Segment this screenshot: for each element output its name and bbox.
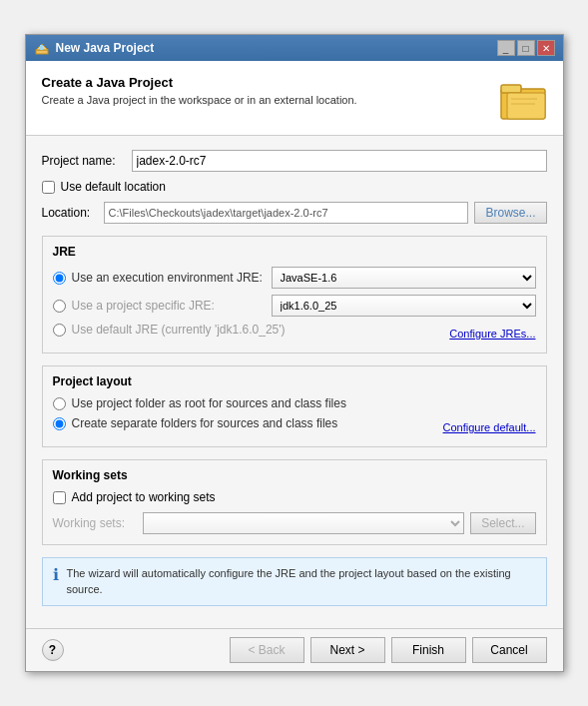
add-working-sets-label: Add project to working sets [72, 490, 216, 504]
use-default-location-label: Use default location [61, 180, 166, 194]
jre-section-title: JRE [53, 245, 536, 259]
close-button[interactable]: ✕ [537, 40, 555, 56]
header-title: Create a Java Project [42, 75, 357, 90]
svg-rect-0 [36, 50, 48, 54]
dialog-window: New Java Project _ □ ✕ Create a Java Pro… [25, 34, 564, 672]
add-to-working-sets-row: Add project to working sets [53, 490, 536, 504]
jre-option1-label: Use an execution environment JRE: [72, 271, 272, 285]
help-button[interactable]: ? [42, 639, 64, 661]
window-icon [34, 40, 50, 56]
working-sets-select-button[interactable]: Select... [470, 512, 535, 534]
window-title: New Java Project [56, 41, 155, 55]
next-button[interactable]: Next > [310, 637, 385, 663]
layout-option1-radio[interactable] [53, 397, 66, 410]
location-label: Location: [42, 206, 104, 220]
svg-rect-5 [507, 93, 545, 119]
layout-option2-row: Create separate folders for sources and … [53, 416, 536, 436]
project-name-input[interactable] [132, 150, 547, 172]
cancel-button[interactable]: Cancel [472, 637, 547, 663]
info-box: ℹ The wizard will automatically configur… [42, 557, 547, 606]
title-controls: _ □ ✕ [497, 40, 555, 56]
layout-option2-radio[interactable] [53, 417, 66, 430]
jre-option3-row: Use default JRE (currently 'jdk1.6.0_25'… [53, 323, 536, 343]
working-sets-dropdown[interactable] [143, 512, 465, 534]
project-name-label: Project name: [42, 154, 132, 168]
use-default-location-row: Use default location [42, 180, 547, 194]
header-section: Create a Java Project Create a Java proj… [26, 61, 563, 136]
jre-option1-radio[interactable] [53, 272, 66, 285]
configure-default-link[interactable]: Configure default... [443, 421, 536, 433]
svg-rect-2 [40, 45, 43, 50]
add-working-sets-checkbox[interactable] [53, 491, 66, 504]
jre-option3-radio[interactable] [53, 324, 66, 337]
dialog-content: Project name: Use default location Locat… [26, 136, 563, 628]
header-subtitle: Create a Java project in the workspace o… [42, 94, 357, 106]
browse-button[interactable]: Browse... [474, 202, 546, 224]
working-sets-title: Working sets [53, 468, 536, 482]
jre-option1-row: Use an execution environment JRE: JavaSE… [53, 267, 536, 289]
layout-option2-label: Create separate folders for sources and … [72, 416, 338, 430]
location-row: Location: Browse... [42, 202, 547, 224]
info-icon: ℹ [53, 565, 59, 584]
footer-buttons: < Back Next > Finish Cancel [230, 637, 547, 663]
jre-environment-dropdown[interactable]: JavaSE-1.6 [272, 267, 536, 289]
project-layout-section: Project layout Use project folder as roo… [42, 365, 547, 447]
working-sets-label: Working sets: [53, 516, 143, 530]
info-message: The wizard will automatically configure … [67, 566, 536, 597]
folder-icon [499, 75, 547, 123]
layout-option1-label: Use project folder as root for sources a… [72, 396, 346, 410]
finish-button[interactable]: Finish [391, 637, 466, 663]
jre-option3-label: Use default JRE (currently 'jdk1.6.0_25'… [72, 323, 286, 337]
jre-option2-row: Use a project specific JRE: jdk1.6.0_25 [53, 295, 536, 317]
maximize-button[interactable]: □ [517, 40, 535, 56]
location-input[interactable] [104, 202, 469, 224]
use-default-location-checkbox[interactable] [42, 181, 55, 194]
working-sets-section: Working sets Add project to working sets… [42, 459, 547, 545]
layout-option1-row: Use project folder as root for sources a… [53, 396, 536, 410]
footer: ? < Back Next > Finish Cancel [26, 628, 563, 671]
jre-option2-radio[interactable] [53, 300, 66, 313]
back-button[interactable]: < Back [230, 637, 304, 663]
jre-option2-label: Use a project specific JRE: [72, 299, 272, 313]
jre-section: JRE Use an execution environment JRE: Ja… [42, 236, 547, 353]
project-name-row: Project name: [42, 150, 547, 172]
project-layout-title: Project layout [53, 374, 536, 388]
jre-specific-dropdown[interactable]: jdk1.6.0_25 [272, 295, 536, 317]
title-bar: New Java Project _ □ ✕ [26, 35, 563, 61]
minimize-button[interactable]: _ [497, 40, 515, 56]
working-sets-selector-row: Working sets: Select... [53, 512, 536, 534]
configure-jres-link[interactable]: Configure JREs... [449, 328, 535, 340]
svg-rect-4 [501, 85, 521, 93]
